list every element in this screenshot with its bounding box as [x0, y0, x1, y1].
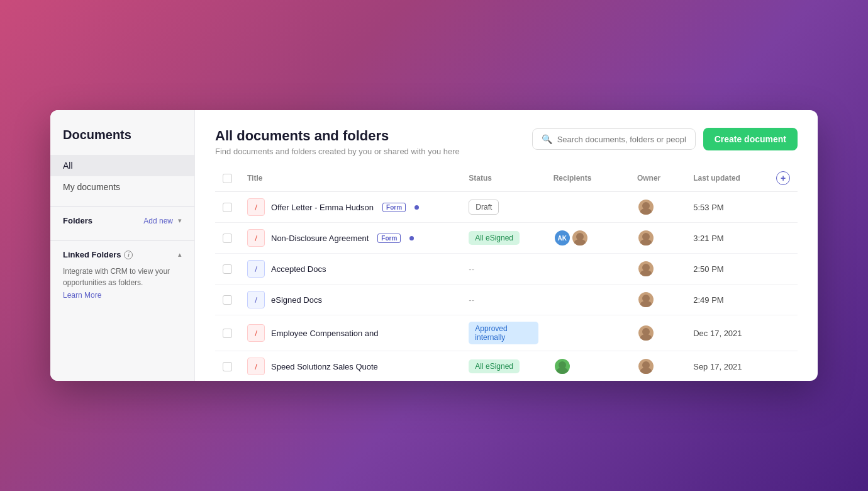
- last-updated-text: 2:50 PM: [693, 264, 723, 274]
- main-content: All documents and folders Find documents…: [195, 110, 818, 381]
- sidebar-title: Documents: [50, 128, 194, 155]
- doc-title: Accepted Docs: [271, 264, 326, 274]
- recipient-avatar: [554, 358, 571, 375]
- last-updated-text: Sep 17, 2021: [693, 362, 742, 371]
- row-checkbox[interactable]: [223, 264, 232, 274]
- col-header-status: Status: [461, 166, 545, 192]
- page-title: All documents and folders: [215, 128, 460, 144]
- col-header-recipients: Recipients: [546, 166, 630, 192]
- doc-dot: [415, 205, 419, 210]
- owner-avatar: [637, 358, 655, 375]
- documents-table: Title Status Recipients Owner Last updat…: [215, 166, 798, 381]
- info-icon: i: [124, 251, 133, 259]
- doc-title: Offer Letter - Emma Hudson: [271, 203, 374, 212]
- status-badge: --: [469, 264, 474, 274]
- recipients-cell: [554, 358, 622, 375]
- last-updated-text: 3:21 PM: [693, 234, 723, 243]
- owner-cell: [637, 291, 678, 308]
- table-row[interactable]: / Employee Compensation andApproved inte…: [215, 315, 798, 351]
- doc-title: Employee Compensation and: [271, 329, 379, 338]
- table-row[interactable]: / Non-Disclosure AgreementFormAll eSigne…: [215, 223, 798, 254]
- create-document-button[interactable]: Create document: [703, 128, 798, 150]
- doc-icon: /: [247, 198, 265, 216]
- table-row[interactable]: / Offer Letter - Emma HudsonFormDraft5:5…: [215, 192, 798, 223]
- recipient-avatar: AK: [554, 229, 571, 247]
- owner-cell: [637, 198, 678, 216]
- col-header-title: Title: [240, 166, 461, 192]
- header-left: All documents and folders Find documents…: [215, 128, 460, 156]
- last-updated-text: 5:53 PM: [693, 203, 723, 212]
- doc-title: Speed Solutionz Sales Quote: [271, 362, 378, 371]
- sidebar-item-my-documents[interactable]: My documents: [50, 176, 194, 198]
- row-checkbox[interactable]: [223, 295, 232, 305]
- sidebar-divider-1: [50, 206, 194, 207]
- add-column-button[interactable]: +: [776, 171, 790, 185]
- linked-folders-section-header: Linked Folders i ▴: [50, 250, 194, 266]
- title-cell: / Offer Letter - Emma HudsonForm: [247, 198, 453, 216]
- col-header-last-updated: Last updated: [686, 166, 769, 192]
- linked-folders-label: Linked Folders i: [63, 250, 133, 259]
- row-checkbox[interactable]: [223, 234, 232, 243]
- add-new-button[interactable]: Add new: [143, 217, 173, 225]
- recipient-avatar: [571, 229, 589, 247]
- last-updated-text: 2:49 PM: [693, 295, 723, 305]
- doc-icon: /: [247, 358, 265, 375]
- header-right: 🔍 Create document: [532, 128, 798, 150]
- search-icon: 🔍: [542, 134, 552, 144]
- owner-avatar: [637, 198, 655, 216]
- last-updated-text: Dec 17, 2021: [693, 329, 742, 338]
- app-container: Documents All My documents Folders Add n…: [50, 110, 818, 381]
- page-subtitle: Find documents and folders created by yo…: [215, 147, 460, 156]
- documents-table-container: Title Status Recipients Owner Last updat…: [195, 166, 818, 381]
- title-cell: / Accepted Docs: [247, 260, 453, 278]
- col-header-owner: Owner: [630, 166, 686, 192]
- recipients-cell: AK: [554, 229, 622, 247]
- title-cell: / Employee Compensation and: [247, 324, 453, 342]
- select-all-checkbox[interactable]: [223, 174, 232, 183]
- status-badge: Draft: [469, 200, 499, 215]
- owner-cell: [637, 324, 678, 342]
- table-row[interactable]: / Accepted Docs--2:50 PM: [215, 254, 798, 285]
- search-input[interactable]: [557, 135, 686, 144]
- doc-icon: /: [247, 291, 265, 308]
- row-checkbox[interactable]: [223, 362, 232, 371]
- learn-more-link[interactable]: Learn More: [50, 291, 194, 300]
- doc-icon: /: [247, 324, 265, 342]
- sidebar-divider-2: [50, 240, 194, 241]
- folders-label: Folders: [63, 216, 92, 225]
- owner-avatar: [637, 260, 655, 278]
- linked-folders-description: Integrate with CRM to view your opportun…: [50, 266, 194, 288]
- doc-icon: /: [247, 260, 265, 278]
- title-cell: / Speed Solutionz Sales Quote: [247, 358, 453, 375]
- status-badge: --: [469, 295, 474, 305]
- status-badge: All eSigned: [469, 359, 520, 373]
- owner-cell: [637, 358, 678, 375]
- table-row[interactable]: / eSigned Docs--2:49 PM: [215, 285, 798, 315]
- owner-cell: [637, 260, 678, 278]
- owner-cell: [637, 229, 678, 247]
- row-checkbox[interactable]: [223, 203, 232, 212]
- status-badge: All eSigned: [469, 231, 520, 245]
- doc-icon: /: [247, 229, 265, 247]
- owner-avatar: [637, 291, 655, 308]
- table-row[interactable]: / Speed Solutionz Sales QuoteAll eSigned…: [215, 351, 798, 381]
- folders-chevron-down-icon: ▾: [178, 217, 182, 225]
- title-cell: / eSigned Docs: [247, 291, 453, 308]
- doc-tag: Form: [377, 234, 401, 243]
- status-badge: Approved internally: [469, 322, 538, 344]
- main-header: All documents and folders Find documents…: [195, 110, 818, 166]
- owner-avatar: [637, 324, 655, 342]
- title-cell: / Non-Disclosure AgreementForm: [247, 229, 453, 247]
- sidebar-item-all[interactable]: All: [50, 155, 194, 176]
- linked-folders-chevron-up-icon: ▴: [178, 251, 182, 259]
- folders-section-header: Folders Add new ▾: [50, 216, 194, 232]
- doc-dot: [409, 236, 414, 240]
- sidebar: Documents All My documents Folders Add n…: [50, 110, 195, 381]
- owner-avatar: [637, 229, 655, 247]
- doc-title: Non-Disclosure Agreement: [271, 234, 369, 243]
- doc-tag: Form: [382, 203, 406, 212]
- doc-title: eSigned Docs: [271, 295, 322, 305]
- row-checkbox[interactable]: [223, 329, 232, 338]
- search-bar[interactable]: 🔍: [532, 128, 696, 150]
